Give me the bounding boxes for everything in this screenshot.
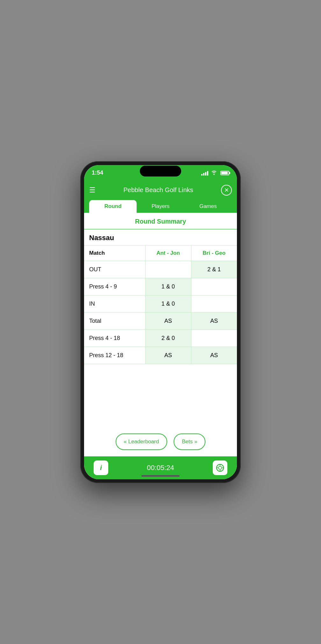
match-label: IN [84,295,145,312]
team2-score [191,278,237,295]
close-button[interactable]: ✕ [221,185,232,196]
nassau-section: Nassau Match Ant - Jon Bri - Geo OUT2 & … [84,229,237,364]
home-indicator [141,475,180,477]
match-label: Press 4 - 9 [84,278,145,295]
table-row: OUT2 & 1 [84,261,237,278]
bets-button[interactable]: Bets » [174,433,205,450]
col-match: Match [84,246,145,261]
match-label: Total [84,312,145,329]
dynamic-island [140,166,181,177]
table-row: Press 4 - 91 & 0 [84,278,237,295]
info-button[interactable]: i [94,460,108,475]
team2-score [191,329,237,347]
col-team1: Ant - Jon [145,246,191,261]
tab-players[interactable]: Players [137,200,184,213]
match-table: Match Ant - Jon Bri - Geo OUT2 & 1Press … [84,246,237,364]
svg-point-1 [218,466,222,469]
team2-score [191,295,237,312]
content-area: Round Summary Nassau Match Ant - Jon Bri… [84,213,237,456]
signal-icon [201,170,208,176]
status-icons [201,170,229,176]
table-row: TotalASAS [84,312,237,329]
bottom-nav: « Leaderboard Bets » [84,427,237,456]
battery-icon [220,171,229,175]
nassau-header: Nassau [84,229,237,246]
menu-icon[interactable]: ☰ [89,187,96,194]
team2-score: 2 & 1 [191,261,237,278]
team2-score: AS [191,312,237,329]
round-summary-title: Round Summary [84,213,237,229]
team1-score [145,261,191,278]
tab-games[interactable]: Games [184,200,232,213]
app-header: ☰ Pebble Beach Golf Links ✕ Round Player… [84,181,237,213]
gps-button[interactable] [213,460,227,475]
round-timer: 00:05:24 [147,464,174,472]
match-label: Press 12 - 18 [84,347,145,364]
team1-score: AS [145,312,191,329]
match-label: Press 4 - 18 [84,329,145,347]
team1-score: 1 & 0 [145,278,191,295]
phone-frame: 1:54 ☰ [80,161,241,483]
tab-round[interactable]: Round [89,200,137,213]
header-row: ☰ Pebble Beach Golf Links ✕ [89,185,232,196]
team1-score: 2 & 0 [145,329,191,347]
app-title: Pebble Beach Golf Links [123,186,193,194]
wifi-icon [211,170,217,176]
tabs-row: Round Players Games [89,200,232,213]
team1-score: AS [145,347,191,364]
phone-screen: 1:54 ☰ [84,165,237,479]
table-row: Press 12 - 18ASAS [84,347,237,364]
table-row: Press 4 - 182 & 0 [84,329,237,347]
col-team2: Bri - Geo [191,246,237,261]
match-label: OUT [84,261,145,278]
team2-score: AS [191,347,237,364]
target-icon [216,464,224,472]
status-time: 1:54 [92,170,103,176]
leaderboard-button[interactable]: « Leaderboard [116,433,168,450]
table-row: IN1 & 0 [84,295,237,312]
team1-score: 1 & 0 [145,295,191,312]
